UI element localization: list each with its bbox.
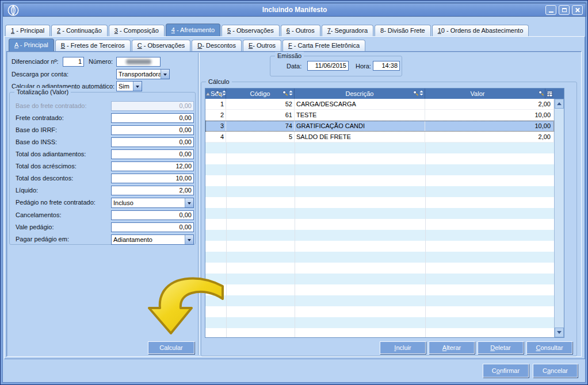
triangle-up-icon: [557, 100, 562, 105]
total-adiantamentos-input[interactable]: 0,00: [111, 149, 194, 159]
subtab-c-observacoes[interactable]: C - Observações: [132, 40, 191, 51]
table-row-3-selected[interactable]: 3 74 GRATIFICAÇÃO CANDI 10,00: [205, 121, 554, 132]
base-frete-contratado-label: Base do frete contratado:: [16, 101, 87, 111]
pagar-pedagio-combo[interactable]: Adiantamento: [111, 234, 194, 245]
principal-subpage: Diferenciador nº: 1 Número: Descarga por…: [6, 51, 582, 357]
table-header: Seq. Código Descriçã: [205, 88, 564, 99]
base-irrf-input[interactable]: 0,00: [111, 125, 194, 135]
base-irrf-label: Base do IRRF:: [16, 125, 57, 135]
minimize-icon: [549, 11, 553, 13]
table-row-4[interactable]: 4 5 SALDO DE FRETE 2,00: [205, 132, 554, 143]
subtab-a-principal[interactable]: A - Principal: [9, 38, 54, 51]
incluir-button[interactable]: Incluir: [380, 341, 426, 354]
sort-arrows-icon[interactable]: [288, 90, 293, 97]
total-descontos-input[interactable]: 10,00: [111, 174, 194, 183]
empty-rows-area: [205, 143, 554, 337]
tab-6-outros[interactable]: 6 - Outros: [281, 25, 320, 36]
sort-asc-icon: [205, 91, 211, 98]
scroll-down-button[interactable]: [555, 328, 564, 337]
calcular-button[interactable]: Calcular: [148, 341, 194, 354]
tab-4-afretamento[interactable]: 4 - Afretamento: [166, 24, 220, 36]
cancelamentos-label: Cancelamentos:: [16, 210, 62, 220]
titlebar: Incluindo Manifesto: [3, 3, 586, 17]
pedagio-frete-label: Pedágio no frete contratado:: [16, 198, 96, 207]
emissao-title: Emissão: [275, 52, 304, 60]
total-descontos-label: Total dos descontos:: [16, 174, 73, 183]
close-icon: [575, 7, 580, 13]
chevron-down-icon[interactable]: [133, 82, 142, 91]
subtab-f-carta-frete[interactable]: F - Carta Frete Eletrônica: [282, 40, 365, 51]
scroll-up-button[interactable]: [555, 99, 564, 109]
tab-3-composicao[interactable]: 3 - Composição: [109, 25, 165, 36]
hora-input[interactable]: 14:38: [373, 61, 400, 71]
pagar-pedagio-label: Pagar pedágio em:: [16, 234, 69, 244]
subtab-d-descontos[interactable]: D- Descontos: [192, 40, 242, 51]
base-inss-label: Base do INSS:: [16, 137, 57, 147]
data-input[interactable]: 11/06/2015: [307, 61, 349, 71]
base-inss-input[interactable]: 0,00: [111, 137, 194, 147]
panel-divider: [198, 53, 200, 355]
tab-8-divisao-frete[interactable]: 8- Divisão Frete: [375, 25, 431, 36]
column-header-seq[interactable]: Seq.: [205, 88, 226, 99]
tab-2-continuacao[interactable]: 2 - Continuação: [51, 25, 108, 36]
cancelar-button[interactable]: Cancelar: [533, 364, 578, 378]
alterar-button[interactable]: Alterar: [429, 341, 475, 354]
liquido-input[interactable]: 2,00: [111, 186, 194, 195]
grid-options-icon[interactable]: [545, 88, 554, 99]
data-label: Data:: [287, 61, 301, 71]
search-icon[interactable]: [215, 90, 222, 97]
subtab-b-fretes-terceiros[interactable]: B - Fretes de Terceiros: [55, 40, 131, 51]
confirmar-button[interactable]: Confirmar: [483, 364, 529, 378]
tab-10-ordens-abastecimento[interactable]: 10 - Ordens de Abastecimento: [432, 25, 529, 36]
tab-1-principal[interactable]: 1 - Principal: [5, 25, 50, 36]
numero-input[interactable]: [116, 57, 161, 67]
diferenciador-input[interactable]: 1: [63, 57, 84, 67]
dialog-window: Incluindo Manifesto 1 - Principal 2 - Co…: [0, 0, 588, 385]
main-tabbar: 1 - Principal 2 - Continuação 3 - Compos…: [5, 24, 530, 36]
tab-7-seguradora[interactable]: 7- Seguradora: [322, 25, 373, 36]
numero-label: Número:: [89, 57, 113, 67]
column-header-descricao[interactable]: Descrição: [295, 88, 425, 99]
deletar-button[interactable]: Deletar: [478, 341, 524, 354]
subtab-e-outros[interactable]: E- Outros: [243, 40, 281, 51]
column-header-valor[interactable]: Valor: [425, 88, 545, 99]
chevron-down-icon[interactable]: [161, 70, 169, 79]
vale-pedagio-label: Vale pedágio:: [16, 222, 54, 232]
chevron-down-icon[interactable]: [185, 198, 193, 207]
tab-5-observacoes[interactable]: 5 - Observações: [222, 25, 280, 36]
column-header-codigo[interactable]: Código: [226, 88, 295, 99]
diferenciador-label: Diferenciador nº:: [12, 57, 59, 67]
chevron-down-icon[interactable]: [185, 235, 193, 244]
table-body: 1 52 CARGA/DESCARGA 2,00 2 61 TESTE 10,0…: [205, 99, 554, 337]
search-icon[interactable]: [538, 90, 544, 97]
cancelamentos-input[interactable]: 0,00: [111, 210, 194, 220]
triangle-down-icon: [557, 331, 562, 336]
table-row-2[interactable]: 2 61 TESTE 10,00: [205, 110, 554, 121]
liquido-label: Líquido:: [16, 186, 38, 195]
sort-arrows-icon[interactable]: [419, 90, 424, 97]
hora-label: Hora:: [356, 61, 371, 71]
pedagio-frete-combo[interactable]: Incluso: [111, 198, 194, 208]
minimize-button[interactable]: [545, 5, 556, 15]
search-icon[interactable]: [282, 90, 288, 97]
calculo-group: Cálculo Seq. Código: [201, 82, 577, 356]
pagar-pedagio-combo-value: Adiantamento: [113, 236, 152, 243]
total-acrescimos-input[interactable]: 12,00: [111, 161, 194, 171]
table-row-1[interactable]: 1 52 CARGA/DESCARGA 2,00: [205, 99, 554, 110]
maximize-button[interactable]: [559, 5, 570, 15]
vale-pedagio-input[interactable]: 0,00: [111, 222, 194, 232]
descarga-combo-value: Transportadora: [119, 71, 162, 78]
descarga-combo[interactable]: Transportadora: [116, 69, 170, 79]
emissao-group: Emissão Data: 11/06/2015 Hora: 14:38: [270, 56, 402, 76]
sub-tabbar: A - Principal B - Fretes de Terceiros C …: [9, 38, 366, 51]
calculo-title: Cálculo: [206, 78, 232, 86]
search-icon[interactable]: [413, 90, 419, 97]
consultar-button[interactable]: Consultar: [526, 341, 572, 354]
totalizacao-group: Totalização (Valor) Base do frete contra…: [9, 92, 196, 245]
adiantamento-combo[interactable]: Sim: [116, 81, 142, 91]
maximize-icon: [562, 8, 567, 12]
adiantamento-combo-value: Sim: [119, 83, 129, 90]
vertical-scrollbar[interactable]: [554, 99, 564, 337]
close-button[interactable]: [572, 5, 583, 15]
frete-contratado-input[interactable]: 0,00: [111, 113, 194, 123]
